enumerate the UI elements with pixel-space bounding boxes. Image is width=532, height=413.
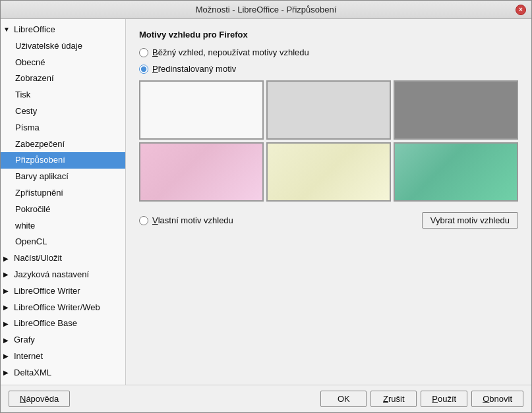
sidebar-item-label: Zpřístupnění [15,186,63,200]
sidebar-item-libreoffice-base[interactable]: ▶ LibreOffice Base [1,316,125,332]
sidebar-item-libreoffice[interactable]: ▼ LibreOffice [1,22,125,38]
sidebar-item-barvy-aplikaci[interactable]: Barvy aplikací [1,169,125,185]
sidebar-item-internet[interactable]: ▶ Internet [1,348,125,365]
section-title: Motivy vzhledu pro Firefox [139,30,518,40]
sidebar-item-label: LibreOffice Writer [14,285,80,298]
dialog-title: Možnosti - LibreOffice - Přizpůsobení [196,5,337,14]
sidebar-item-label: LibreOffice Base [14,317,77,331]
sidebar: ▼ LibreOffice Uživatelské údaje Obecné Z… [1,19,126,385]
arrow-icon: ▶ [3,319,11,329]
sidebar-item-pokrocile[interactable]: Pokročilé [1,202,125,218]
arrow-icon: ▶ [3,286,11,296]
select-theme-button[interactable]: Vybrat motiv vzhledu [422,212,518,229]
sidebar-item-prizpusobeni[interactable]: Přizpůsobení [1,152,125,169]
sidebar-item-zabezpeceni[interactable]: Zabezpečení [1,136,125,153]
sidebar-item-tisk[interactable]: Tisk [1,87,125,103]
sidebar-item-label: Pokročilé [15,203,50,217]
radio-preinstalled-input[interactable] [139,65,148,74]
titlebar: Možnosti - LibreOffice - Přizpůsobení × [1,1,531,19]
radio-preinstalled-label: Předinstalovaný motiv [152,64,236,74]
sidebar-item-pisma[interactable]: Písma [1,120,125,136]
sidebar-item-cesty[interactable]: Cesty [1,103,125,120]
arrow-icon: ▶ [3,335,11,346]
radio-default-label: Běžný vzhled, nepoužívat motivy vzhledu [152,47,309,57]
sidebar-item-obecne[interactable]: Obecné [1,55,125,71]
arrow-icon: ▶ [3,351,11,362]
dialog: Možnosti - LibreOffice - Přizpůsobení × … [0,0,532,413]
sidebar-item-label: Zobrazení [15,72,54,86]
theme-white[interactable] [139,80,264,140]
sidebar-item-label: Tisk [15,88,30,102]
footer: Nápověda OK Zrušit Použít Obnovit [1,385,531,412]
sidebar-item-libreoffice-writer-web[interactable]: ▶ LibreOffice Writer/Web [1,300,125,316]
sidebar-item-nacist-ulozit[interactable]: ▶ Načíst/Uložit [1,250,125,267]
sidebar-item-grafy[interactable]: ▶ Grafy [1,332,125,348]
sidebar-item-label: Zabezpečení [15,138,65,151]
sidebar-item-label: Jazyková nastavení [14,268,89,282]
ok-button[interactable]: OK [320,391,367,407]
sidebar-item-label: LibreOffice [14,23,55,37]
sidebar-item-label: DeltaXML [14,366,51,380]
sidebar-item-label: Barvy aplikací [15,170,69,184]
sidebar-item-basic-ide[interactable]: white [1,218,125,234]
sidebar-item-label: Uživatelské údaje [15,40,82,53]
arrow-icon: ▼ [3,24,11,35]
arrow-icon: ▶ [3,269,11,280]
theme-pink[interactable] [139,142,264,202]
sidebar-item-deltaxml[interactable]: ▶ DeltaXML [1,365,125,381]
sidebar-item-label: white [15,219,35,233]
sidebar-item-label: Přizpůsobení [15,153,65,167]
close-button[interactable]: × [516,5,526,15]
arrow-icon: ▶ [3,254,11,264]
sidebar-item-label: Obecné [15,56,45,70]
reset-button[interactable]: Obnovit [471,391,523,407]
radio-default-input[interactable] [139,48,148,57]
sidebar-item-jazykova-nastaveni[interactable]: ▶ Jazyková nastavení [1,267,125,283]
cancel-button[interactable]: Zrušit [370,391,417,407]
custom-theme-row: Vlastní motiv vzhledu Vybrat motiv vzhle… [139,212,518,229]
sidebar-item-label: Cesty [15,105,37,119]
sidebar-item-label: Načíst/Uložit [14,252,62,265]
footer-right: OK Zrušit Použít Obnovit [320,391,523,407]
theme-teal[interactable] [394,142,518,202]
theme-darkgray[interactable] [394,80,518,140]
sidebar-item-label: Písma [15,121,40,135]
radio-custom-label: Vlastní motiv vzhledu [152,215,233,225]
radio-preinstalled-option[interactable]: Předinstalovaný motiv [139,64,518,74]
help-button[interactable]: Nápověda [9,391,70,407]
arrow-icon: ▶ [3,302,11,313]
sidebar-item-opencl[interactable]: OpenCL [1,234,125,250]
arrow-icon: ▶ [3,368,11,378]
sidebar-item-label: Internet [14,350,43,364]
radio-custom-option[interactable]: Vlastní motiv vzhledu [139,215,233,225]
themes-grid [139,80,518,202]
sidebar-item-zpristupneni[interactable]: Zpřístupnění [1,185,125,202]
main-panel: Motivy vzhledu pro Firefox Běžný vzhled,… [126,19,531,385]
sidebar-item-label: LibreOffice Writer/Web [14,301,100,315]
sidebar-item-zobrazeni[interactable]: Zobrazení [1,70,125,87]
sidebar-item-label: Grafy [14,333,35,347]
radio-default-option[interactable]: Běžný vzhled, nepoužívat motivy vzhledu [139,47,518,57]
apply-button[interactable]: Použít [421,391,467,407]
sidebar-item-uzivatelske-udaje[interactable]: Uživatelské údaje [1,38,125,55]
content-area: ▼ LibreOffice Uživatelské údaje Obecné Z… [1,19,531,385]
sidebar-item-label: OpenCL [15,235,47,249]
sidebar-item-libreoffice-writer[interactable]: ▶ LibreOffice Writer [1,283,125,300]
theme-lightgray[interactable] [266,80,391,140]
theme-cream[interactable] [266,142,391,202]
help-label: ápověda [26,394,59,404]
radio-custom-input[interactable] [139,216,148,225]
